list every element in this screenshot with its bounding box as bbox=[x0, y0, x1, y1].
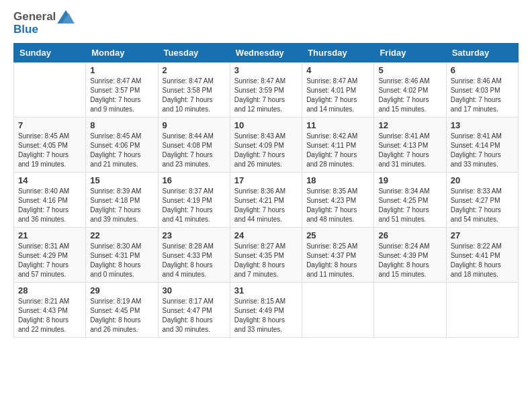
day-number: 4 bbox=[306, 65, 369, 75]
day-number: 29 bbox=[90, 285, 153, 295]
day-info: Sunrise: 8:27 AM Sunset: 4:35 PM Dayligh… bbox=[234, 242, 298, 279]
day-cell: 3Sunrise: 8:47 AM Sunset: 3:59 PM Daylig… bbox=[230, 62, 302, 117]
day-number: 27 bbox=[451, 230, 514, 240]
day-info: Sunrise: 8:44 AM Sunset: 4:08 PM Dayligh… bbox=[163, 132, 226, 169]
col-header-sunday: Sunday bbox=[14, 43, 86, 62]
day-cell: 6Sunrise: 8:46 AM Sunset: 4:03 PM Daylig… bbox=[446, 62, 518, 117]
col-header-saturday: Saturday bbox=[446, 43, 518, 62]
day-number: 20 bbox=[451, 175, 514, 185]
day-cell: 27Sunrise: 8:22 AM Sunset: 4:41 PM Dayli… bbox=[446, 227, 518, 282]
col-header-friday: Friday bbox=[374, 43, 446, 62]
day-number: 26 bbox=[378, 230, 441, 240]
day-cell: 22Sunrise: 8:30 AM Sunset: 4:31 PM Dayli… bbox=[86, 227, 158, 282]
day-cell: 31Sunrise: 8:15 AM Sunset: 4:49 PM Dayli… bbox=[230, 282, 302, 337]
day-number: 15 bbox=[90, 175, 153, 185]
day-cell: 19Sunrise: 8:34 AM Sunset: 4:25 PM Dayli… bbox=[374, 172, 446, 227]
day-number: 3 bbox=[234, 65, 298, 75]
day-cell: 11Sunrise: 8:42 AM Sunset: 4:11 PM Dayli… bbox=[302, 117, 374, 172]
day-info: Sunrise: 8:46 AM Sunset: 4:03 PM Dayligh… bbox=[451, 77, 514, 114]
day-info: Sunrise: 8:47 AM Sunset: 3:58 PM Dayligh… bbox=[163, 77, 226, 114]
logo-icon bbox=[57, 10, 75, 24]
day-cell: 18Sunrise: 8:35 AM Sunset: 4:23 PM Dayli… bbox=[302, 172, 374, 227]
day-info: Sunrise: 8:31 AM Sunset: 4:29 PM Dayligh… bbox=[18, 242, 81, 279]
week-row-1: 7Sunrise: 8:45 AM Sunset: 4:05 PM Daylig… bbox=[14, 117, 519, 172]
day-cell: 25Sunrise: 8:25 AM Sunset: 4:37 PM Dayli… bbox=[302, 227, 374, 282]
week-row-2: 14Sunrise: 8:40 AM Sunset: 4:16 PM Dayli… bbox=[14, 172, 519, 227]
day-number: 21 bbox=[18, 230, 81, 240]
col-header-wednesday: Wednesday bbox=[230, 43, 302, 62]
day-info: Sunrise: 8:21 AM Sunset: 4:43 PM Dayligh… bbox=[18, 297, 81, 334]
day-cell: 14Sunrise: 8:40 AM Sunset: 4:16 PM Dayli… bbox=[14, 172, 86, 227]
day-number: 12 bbox=[378, 120, 441, 130]
day-info: Sunrise: 8:47 AM Sunset: 3:57 PM Dayligh… bbox=[90, 77, 153, 114]
day-cell: 24Sunrise: 8:27 AM Sunset: 4:35 PM Dayli… bbox=[230, 227, 302, 282]
day-number: 13 bbox=[451, 120, 514, 130]
day-number: 2 bbox=[163, 65, 226, 75]
day-info: Sunrise: 8:36 AM Sunset: 4:21 PM Dayligh… bbox=[234, 187, 298, 224]
calendar-header: SundayMondayTuesdayWednesdayThursdayFrid… bbox=[14, 43, 519, 62]
day-number: 17 bbox=[234, 175, 298, 185]
day-info: Sunrise: 8:37 AM Sunset: 4:19 PM Dayligh… bbox=[163, 187, 226, 224]
day-number: 5 bbox=[378, 65, 441, 75]
day-number: 28 bbox=[18, 285, 81, 295]
day-number: 19 bbox=[378, 175, 441, 185]
day-info: Sunrise: 8:47 AM Sunset: 4:01 PM Dayligh… bbox=[306, 77, 369, 114]
calendar-body: 1Sunrise: 8:47 AM Sunset: 3:57 PM Daylig… bbox=[14, 62, 519, 337]
header-row: SundayMondayTuesdayWednesdayThursdayFrid… bbox=[14, 43, 519, 62]
day-number: 31 bbox=[234, 285, 298, 295]
day-info: Sunrise: 8:47 AM Sunset: 3:59 PM Dayligh… bbox=[234, 77, 298, 114]
day-number: 14 bbox=[18, 175, 81, 185]
day-info: Sunrise: 8:45 AM Sunset: 4:05 PM Dayligh… bbox=[18, 132, 81, 169]
logo-blue-text: Blue bbox=[13, 23, 38, 36]
day-info: Sunrise: 8:25 AM Sunset: 4:37 PM Dayligh… bbox=[306, 242, 369, 279]
day-cell bbox=[302, 282, 374, 337]
col-header-monday: Monday bbox=[86, 43, 158, 62]
day-info: Sunrise: 8:33 AM Sunset: 4:27 PM Dayligh… bbox=[451, 187, 514, 224]
day-info: Sunrise: 8:22 AM Sunset: 4:41 PM Dayligh… bbox=[451, 242, 514, 279]
week-row-0: 1Sunrise: 8:47 AM Sunset: 3:57 PM Daylig… bbox=[14, 62, 519, 117]
logo-general-text: General bbox=[13, 11, 56, 24]
day-info: Sunrise: 8:19 AM Sunset: 4:45 PM Dayligh… bbox=[90, 297, 153, 334]
day-info: Sunrise: 8:30 AM Sunset: 4:31 PM Dayligh… bbox=[90, 242, 153, 279]
day-info: Sunrise: 8:41 AM Sunset: 4:13 PM Dayligh… bbox=[378, 132, 441, 169]
day-info: Sunrise: 8:45 AM Sunset: 4:06 PM Dayligh… bbox=[90, 132, 153, 169]
day-cell: 10Sunrise: 8:43 AM Sunset: 4:09 PM Dayli… bbox=[230, 117, 302, 172]
day-number: 11 bbox=[306, 120, 369, 130]
week-row-4: 28Sunrise: 8:21 AM Sunset: 4:43 PM Dayli… bbox=[14, 282, 519, 337]
day-cell: 29Sunrise: 8:19 AM Sunset: 4:45 PM Dayli… bbox=[86, 282, 158, 337]
day-cell bbox=[14, 62, 86, 117]
day-info: Sunrise: 8:35 AM Sunset: 4:23 PM Dayligh… bbox=[306, 187, 369, 224]
day-number: 8 bbox=[90, 120, 153, 130]
page: GeneralBlue SundayMondayTuesdayWednesday… bbox=[0, 0, 532, 411]
day-number: 18 bbox=[306, 175, 369, 185]
day-info: Sunrise: 8:40 AM Sunset: 4:16 PM Dayligh… bbox=[18, 187, 81, 224]
day-info: Sunrise: 8:34 AM Sunset: 4:25 PM Dayligh… bbox=[378, 187, 441, 224]
col-header-thursday: Thursday bbox=[302, 43, 374, 62]
day-info: Sunrise: 8:15 AM Sunset: 4:49 PM Dayligh… bbox=[234, 297, 298, 334]
day-number: 10 bbox=[234, 120, 298, 130]
day-cell: 2Sunrise: 8:47 AM Sunset: 3:58 PM Daylig… bbox=[158, 62, 230, 117]
day-number: 24 bbox=[234, 230, 298, 240]
day-info: Sunrise: 8:17 AM Sunset: 4:47 PM Dayligh… bbox=[163, 297, 226, 334]
day-cell: 5Sunrise: 8:46 AM Sunset: 4:02 PM Daylig… bbox=[374, 62, 446, 117]
day-info: Sunrise: 8:39 AM Sunset: 4:18 PM Dayligh… bbox=[90, 187, 153, 224]
day-cell: 21Sunrise: 8:31 AM Sunset: 4:29 PM Dayli… bbox=[14, 227, 86, 282]
day-number: 30 bbox=[163, 285, 226, 295]
day-cell: 7Sunrise: 8:45 AM Sunset: 4:05 PM Daylig… bbox=[14, 117, 86, 172]
day-cell: 1Sunrise: 8:47 AM Sunset: 3:57 PM Daylig… bbox=[86, 62, 158, 117]
day-cell: 23Sunrise: 8:28 AM Sunset: 4:33 PM Dayli… bbox=[158, 227, 230, 282]
day-info: Sunrise: 8:41 AM Sunset: 4:14 PM Dayligh… bbox=[451, 132, 514, 169]
col-header-tuesday: Tuesday bbox=[158, 43, 230, 62]
week-row-3: 21Sunrise: 8:31 AM Sunset: 4:29 PM Dayli… bbox=[14, 227, 519, 282]
day-cell bbox=[374, 282, 446, 337]
day-number: 7 bbox=[18, 120, 81, 130]
calendar: SundayMondayTuesdayWednesdayThursdayFrid… bbox=[13, 43, 519, 338]
day-info: Sunrise: 8:42 AM Sunset: 4:11 PM Dayligh… bbox=[306, 132, 369, 169]
day-cell: 9Sunrise: 8:44 AM Sunset: 4:08 PM Daylig… bbox=[158, 117, 230, 172]
day-number: 23 bbox=[163, 230, 226, 240]
logo: GeneralBlue bbox=[13, 10, 75, 36]
day-cell: 4Sunrise: 8:47 AM Sunset: 4:01 PM Daylig… bbox=[302, 62, 374, 117]
day-cell: 30Sunrise: 8:17 AM Sunset: 4:47 PM Dayli… bbox=[158, 282, 230, 337]
day-cell: 16Sunrise: 8:37 AM Sunset: 4:19 PM Dayli… bbox=[158, 172, 230, 227]
day-info: Sunrise: 8:43 AM Sunset: 4:09 PM Dayligh… bbox=[234, 132, 298, 169]
